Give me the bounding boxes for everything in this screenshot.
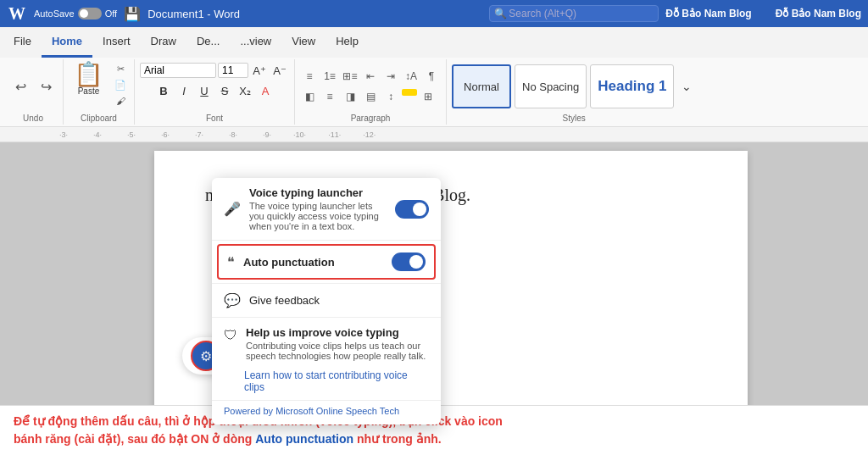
align-left-button[interactable]: ◧ <box>300 87 319 106</box>
align-center-button[interactable]: ≡ <box>320 87 339 106</box>
help-improve-desc: Contributing voice clips helps us teach … <box>246 341 429 361</box>
styles-group: Normal No Spacing Heading 1 ⌄ Styles <box>447 59 701 125</box>
decrease-indent-button[interactable]: ⇤ <box>361 67 380 86</box>
undo-group: ↩ ↪ Undo <box>3 59 64 125</box>
tab-review[interactable]: ...view <box>230 27 281 58</box>
title-bar: W AutoSave Off 💾 Document1 - Word 🔍 Đỗ B… <box>0 0 868 27</box>
app-window: W AutoSave Off 💾 Document1 - Word 🔍 Đỗ B… <box>0 0 868 455</box>
gear-icon: ⚙ <box>200 348 212 364</box>
save-icon[interactable]: 💾 <box>124 6 141 22</box>
shrink-font-button[interactable]: A⁻ <box>270 61 289 80</box>
tab-help[interactable]: Help <box>326 27 369 58</box>
styles-group-label: Styles <box>563 112 586 123</box>
grow-font-button[interactable]: A⁺ <box>250 61 269 80</box>
instruction-line2-part2: như trong ảnh. <box>353 432 442 446</box>
search-input[interactable] <box>489 5 659 22</box>
give-feedback-row[interactable]: 💬 Give feedback <box>212 284 441 317</box>
bullets-button[interactable]: ≡ <box>300 67 319 86</box>
search-area: 🔍 <box>489 5 659 22</box>
justify-button[interactable]: ▤ <box>361 87 380 106</box>
tab-de[interactable]: De... <box>186 27 230 58</box>
para-row2: ◧ ≡ ◨ ▤ ↕ ⊞ <box>300 87 441 106</box>
redo-button[interactable]: ↪ <box>34 75 58 98</box>
font-group-label: Font <box>206 112 223 123</box>
autosave-label: AutoSave <box>34 8 75 19</box>
tab-file[interactable]: File <box>3 27 42 58</box>
increase-indent-button[interactable]: ⇥ <box>381 67 400 86</box>
ribbon-tabs: File Home Insert Draw De... ...view View… <box>0 27 868 58</box>
format-painter-button[interactable]: 🖌 <box>112 93 129 108</box>
improve-icon: 🛡 <box>224 328 237 343</box>
multilevel-list-button[interactable]: ⊞≡ <box>341 67 359 86</box>
font-name-input[interactable] <box>140 63 216 78</box>
powered-by-label[interactable]: Powered by Microsoft Online Speech Tech <box>212 401 441 424</box>
clipboard-small-btns: ✂ 📄 🖌 <box>112 61 129 112</box>
style-nospacing[interactable]: No Spacing <box>515 64 587 108</box>
autosave-toggle[interactable] <box>78 8 102 19</box>
learn-link[interactable]: Learn how to start contributing voice cl… <box>212 369 441 400</box>
strikethrough-button[interactable]: S <box>215 81 234 100</box>
bold-button[interactable]: B <box>154 81 173 100</box>
copy-button[interactable]: 📄 <box>112 77 129 92</box>
font-size-input[interactable] <box>218 63 248 78</box>
font-group-content: A⁺ A⁻ B I U S X₂ A <box>140 61 289 112</box>
undo-group-label: Undo <box>23 112 43 123</box>
auto-punct-label: Auto punctuation <box>243 256 383 269</box>
ruler: ·3· ·4· ·5· ·6· ·7· ·8· ·9· ·10· ·11· ·1… <box>0 127 868 142</box>
italic-button[interactable]: I <box>175 81 193 100</box>
font-group: A⁺ A⁻ B I U S X₂ A Font <box>135 59 295 125</box>
voice-typing-text-area: Voice typing launcher The voice typing l… <box>249 186 387 231</box>
doc-title: Document1 - Word <box>147 8 482 20</box>
font-color-button[interactable]: A <box>256 81 275 100</box>
user2-label: Đỗ Bảo Nam Blog <box>776 8 861 19</box>
voice-typing-row: 🎤 Voice typing launcher The voice typing… <box>212 178 441 240</box>
cut-button[interactable]: ✂ <box>112 61 129 76</box>
border-button[interactable]: ⊞ <box>419 87 437 106</box>
numbering-button[interactable]: 1≡ <box>320 67 339 86</box>
help-improve-row: 🛡 Help us improve voice typing Contribut… <box>212 318 441 369</box>
voice-typing-label: Voice typing launcher <box>249 186 387 199</box>
ruler-content: ·3· ·4· ·5· ·6· ·7· ·8· ·9· ·10· ·11· ·1… <box>8 130 860 139</box>
instruction-line2: bánh răng (cài đặt), sau đó bật ON ở dòn… <box>14 430 854 448</box>
underline-button[interactable]: U <box>195 81 214 100</box>
paragraph-group-label: Paragraph <box>351 112 391 123</box>
user1-label: Đỗ Bảo Nam Blog <box>665 8 751 19</box>
subscript-button[interactable]: X₂ <box>236 81 254 100</box>
shading-button[interactable] <box>402 89 417 96</box>
style-heading1[interactable]: Heading 1 <box>590 64 674 108</box>
help-improve-text-area: Help us improve voice typing Contributin… <box>246 326 429 361</box>
feedback-icon: 💬 <box>224 292 241 308</box>
voice-typing-desc: The voice typing launcher lets you quick… <box>249 201 387 231</box>
clipboard-group: 📋 Paste ✂ 📄 🖌 Clipboard <box>64 59 135 125</box>
line-spacing-button[interactable]: ↕ <box>381 87 400 106</box>
para-btns: ≡ 1≡ ⊞≡ ⇤ ⇥ ↕A ¶ ◧ ≡ ◨ ▤ ↕ <box>300 67 441 106</box>
clipboard-group-label: Clipboard <box>81 112 117 123</box>
auto-punctuation-row: ❝ Auto punctuation <box>217 244 436 280</box>
paste-label: Paste <box>78 86 100 96</box>
paste-icon: 📋 <box>74 63 103 86</box>
auto-punctuation-toggle[interactable] <box>392 252 426 271</box>
paragraph-group: ≡ 1≡ ⊞≡ ⇤ ⇥ ↕A ¶ ◧ ≡ ◨ ▤ ↕ <box>295 59 447 125</box>
voice-typing-toggle[interactable] <box>395 200 429 219</box>
styles-more-button[interactable]: ⌄ <box>677 77 696 96</box>
align-right-button[interactable]: ◨ <box>341 87 359 106</box>
search-icon: 🔍 <box>494 8 507 19</box>
voice-typing-popup: 🎤 Voice typing launcher The voice typing… <box>212 178 441 424</box>
show-hide-button[interactable]: ¶ <box>422 67 441 86</box>
instruction-line2-part1: bánh răng (cài đặt), sau đó bật ON ở dòn… <box>14 432 255 446</box>
undo-button[interactable]: ↩ <box>8 75 32 98</box>
tab-insert[interactable]: Insert <box>92 27 141 58</box>
style-normal[interactable]: Normal <box>452 64 511 108</box>
tab-home[interactable]: Home <box>42 27 92 58</box>
sort-button[interactable]: ↕A <box>402 67 420 86</box>
style-nospacing-label: No Spacing <box>522 80 579 93</box>
font-row1: A⁺ A⁻ <box>140 61 289 80</box>
tab-view[interactable]: View <box>281 27 326 58</box>
paragraph-group-content: ≡ 1≡ ⊞≡ ⇤ ⇥ ↕A ¶ ◧ ≡ ◨ ▤ ↕ <box>300 61 441 112</box>
tab-draw[interactable]: Draw <box>141 27 186 58</box>
word-icon: W <box>7 3 27 24</box>
paste-button[interactable]: 📋 Paste <box>69 61 108 112</box>
ribbon-content: ↩ ↪ Undo 📋 Paste ✂ 📄 🖌 <box>0 58 868 127</box>
style-normal-label: Normal <box>464 80 499 93</box>
give-feedback-label: Give feedback <box>249 294 320 307</box>
